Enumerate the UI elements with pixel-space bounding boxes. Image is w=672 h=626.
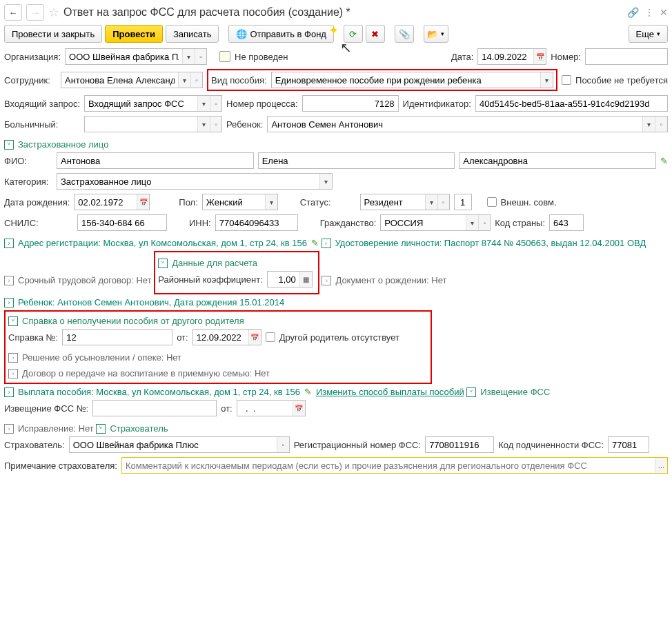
folder-button[interactable]: 📂▾ xyxy=(424,25,448,43)
organization-input[interactable] xyxy=(66,49,182,64)
calendar-btn[interactable]: 📅 xyxy=(293,401,305,416)
dob-input[interactable] xyxy=(75,194,137,210)
id-input[interactable] xyxy=(476,96,667,111)
dropdown-btn[interactable]: ▾ xyxy=(319,174,332,189)
edit-pencil-icon[interactable]: ✎ xyxy=(311,238,319,248)
cancel-button[interactable]: ✖ xyxy=(366,25,385,43)
open-btn[interactable]: ▫ xyxy=(195,49,206,64)
calc-btn[interactable]: ▦ xyxy=(299,272,312,287)
write-button[interactable]: Записать xyxy=(166,25,219,43)
identity-toggle[interactable]: › Удостоверение личности: Паспорт 8744 №… xyxy=(322,238,646,248)
back-button[interactable]: ← xyxy=(4,4,22,21)
change-payment-link[interactable]: Изменить способ выплаты пособий xyxy=(316,387,464,397)
country-code-input[interactable] xyxy=(550,215,583,230)
other-parent-label: Другой родитель отсутствует xyxy=(279,332,399,343)
refresh-button[interactable]: ⟳ xyxy=(344,25,363,43)
dropdown-btn[interactable]: ▾ xyxy=(466,215,478,230)
open-btn[interactable]: ▫ xyxy=(478,215,490,230)
status-num-input[interactable] xyxy=(455,194,471,210)
cert-date-input[interactable] xyxy=(193,330,248,345)
calendar-btn[interactable]: 📅 xyxy=(533,49,546,64)
incoming-input[interactable] xyxy=(85,96,197,111)
not-required-checkbox[interactable] xyxy=(562,75,571,85)
note-input[interactable] xyxy=(122,458,655,473)
dropdown-btn[interactable]: ▾ xyxy=(265,194,277,210)
calc-section-toggle[interactable]: ⱽ Данные для расчета xyxy=(158,258,257,268)
post-and-close-button[interactable]: Провести и закрыть xyxy=(4,25,102,43)
link-icon[interactable]: 🔗 xyxy=(627,7,639,18)
address-toggle[interactable]: › Адрес регистрации: Москва, ул Комсомол… xyxy=(4,238,319,248)
midname-input[interactable] xyxy=(459,153,655,168)
dob-label: Дата рождения: xyxy=(4,197,70,208)
status-text: Не проведен xyxy=(235,52,288,62)
snils-input[interactable] xyxy=(78,215,166,230)
dropdown-btn[interactable]: ▾ xyxy=(182,49,195,64)
notice-number-input[interactable] xyxy=(93,401,216,416)
favorite-star-icon[interactable]: ☆ xyxy=(48,5,59,20)
childinfo-toggle[interactable]: › Ребенок: Антонов Семен Антонович, Дата… xyxy=(4,297,284,307)
open-btn[interactable]: ▫ xyxy=(437,194,449,210)
adoption-toggle[interactable]: › Решение об усыновлении / опеке: Нет xyxy=(8,352,181,363)
menu-icon[interactable]: ⋮ xyxy=(644,7,654,18)
dropdown-btn[interactable]: ▾ xyxy=(642,117,655,132)
edit-pencil-icon[interactable]: ✎ xyxy=(660,156,668,166)
attachment-button[interactable]: 📎 xyxy=(395,25,414,43)
not-required-label: Пособие не требуется xyxy=(575,75,668,85)
cert-number-input[interactable] xyxy=(63,330,172,345)
child-input[interactable] xyxy=(268,117,642,132)
number-input[interactable] xyxy=(586,49,667,64)
district-input[interactable] xyxy=(268,272,299,287)
dropdown-btn[interactable]: ▾ xyxy=(197,96,210,111)
open-btn[interactable]: ▫ xyxy=(210,96,221,111)
category-input[interactable] xyxy=(57,174,319,189)
status-input[interactable] xyxy=(361,194,425,210)
open-btn[interactable]: ▫ xyxy=(190,72,202,88)
insurer-section-toggle[interactable]: ⱽ Страхователь xyxy=(96,423,168,434)
open-btn[interactable]: ▫ xyxy=(210,117,221,132)
post-button[interactable]: Провести xyxy=(105,25,163,43)
foster-toggle[interactable]: › Договор о передаче на воспитание в при… xyxy=(8,368,270,378)
cert-section-toggle[interactable]: ⱽ Справка о неполучении пособия от друго… xyxy=(8,316,244,326)
open-btn[interactable]: ▫ xyxy=(277,437,289,452)
close-icon[interactable]: ✕ xyxy=(660,7,668,18)
contract-toggle[interactable]: › Срочный трудовой договор: Нет xyxy=(4,275,152,285)
payment-toggle[interactable]: › Выплата пособия: Москва, ул Комсомольс… xyxy=(4,387,464,397)
citizenship-input[interactable] xyxy=(381,215,466,230)
insurer-input[interactable] xyxy=(70,437,277,452)
notice-date-input[interactable] xyxy=(237,401,293,416)
edit-pencil-icon[interactable]: ✎ xyxy=(304,387,312,397)
note-label: Примечание страхователя: xyxy=(4,461,117,471)
dropdown-btn[interactable]: ▾ xyxy=(540,72,553,88)
dropdown-btn[interactable]: ▾ xyxy=(197,117,210,132)
child-label: Ребенок: xyxy=(226,119,263,130)
dropdown-btn[interactable]: ▾ xyxy=(425,194,437,210)
lastname-input[interactable] xyxy=(57,153,253,168)
send-to-fund-button[interactable]: 🌐 Отправить в Фонд ✦ xyxy=(228,25,333,43)
dropdown-btn[interactable]: ▾ xyxy=(178,72,190,88)
sub-input[interactable] xyxy=(609,437,649,452)
inn-input[interactable] xyxy=(216,215,297,230)
open-btn[interactable]: ▫ xyxy=(655,117,667,132)
more-button[interactable]: Еще ▾ xyxy=(629,25,668,43)
correction-toggle[interactable]: › Исправление: Нет xyxy=(4,423,94,434)
date-input[interactable] xyxy=(478,49,533,64)
folder-icon: 📂 xyxy=(427,29,438,39)
notice-section-toggle[interactable]: ⱽ Извещение ФСС xyxy=(466,387,550,397)
other-parent-checkbox[interactable] xyxy=(266,332,275,342)
calendar-btn[interactable]: 📅 xyxy=(248,330,261,345)
chevron-right-icon: › xyxy=(4,424,14,434)
external-checkbox[interactable] xyxy=(487,197,497,207)
forward-button[interactable]: → xyxy=(26,4,44,21)
benefit-type-input[interactable] xyxy=(272,72,540,88)
birthdoc-toggle[interactable]: › Документ о рождении: Нет xyxy=(322,275,446,285)
firstname-input[interactable] xyxy=(259,153,455,168)
chevron-right-icon: › xyxy=(4,387,14,397)
sick-input[interactable] xyxy=(85,117,197,132)
reg-input[interactable] xyxy=(426,437,493,452)
insured-section-toggle[interactable]: ⱽ Застрахованное лицо xyxy=(4,139,108,150)
calendar-btn[interactable]: 📅 xyxy=(137,194,149,210)
employee-input[interactable] xyxy=(61,72,178,88)
ellipsis-btn[interactable]: … xyxy=(655,458,667,473)
gender-input[interactable] xyxy=(203,194,265,210)
process-input[interactable] xyxy=(303,96,398,111)
